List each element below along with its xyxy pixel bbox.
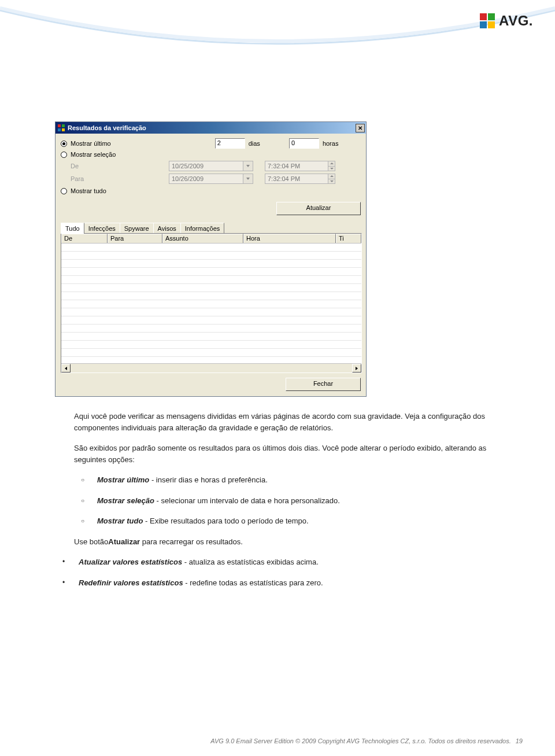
avg-logo-icon	[479, 13, 495, 29]
to-time-spinner[interactable]: 7:32:04 PM	[265, 174, 328, 184]
spinner-down-icon[interactable]	[328, 179, 335, 185]
svg-rect-5	[62, 124, 65, 127]
from-date-combo[interactable]: 10/25/2009	[169, 161, 253, 171]
tab-info[interactable]: Informações	[180, 223, 225, 233]
to-label: Para	[71, 175, 169, 182]
tab-warnings[interactable]: Avisos	[153, 223, 181, 233]
svg-rect-0	[480, 13, 487, 20]
option-show-last-row: Mostrar último 2 dias 0 horas	[61, 138, 361, 149]
scroll-right-icon[interactable]	[352, 364, 361, 373]
dialog-titlebar: Resultados da verificação ✕	[56, 122, 366, 134]
spinner-down-icon[interactable]	[328, 167, 335, 172]
svg-rect-1	[488, 13, 495, 20]
page-header: AVG.	[0, 0, 555, 52]
option-show-selection-row: Mostrar seleção	[61, 149, 361, 160]
col-to[interactable]: Para	[108, 234, 162, 243]
bullet-show-last: Mostrar último - inserir dias e horas d …	[74, 474, 500, 486]
hours-unit-label: horas	[323, 140, 339, 147]
paragraph-2: São exibidos por padrão somente os resul…	[74, 442, 500, 465]
to-date-combo[interactable]: 10/26/2009	[169, 174, 253, 184]
grid-header: De Para Assunto Hora Ti	[61, 234, 361, 244]
svg-rect-6	[58, 128, 61, 131]
days-input[interactable]: 2	[215, 138, 245, 149]
radio-show-last[interactable]	[61, 141, 67, 147]
chevron-down-icon	[246, 165, 250, 167]
days-unit-label: dias	[249, 140, 260, 147]
spinner-up-icon[interactable]	[328, 161, 335, 167]
to-row: Para 10/26/2009 7:32:04 PM	[71, 173, 361, 185]
results-tabs: Tudo Infecções Spyware Avisos Informaçõe…	[61, 221, 361, 233]
avg-app-icon	[57, 124, 65, 132]
document-body: Aqui você pode verificar as mensagens di…	[74, 411, 500, 588]
radio-show-last-label: Mostrar último	[71, 140, 111, 147]
refresh-button[interactable]: Atualizar	[276, 202, 361, 215]
svg-rect-2	[480, 21, 487, 28]
close-icon[interactable]: ✕	[356, 124, 365, 132]
col-from[interactable]: De	[61, 234, 108, 243]
radio-show-selection-label: Mostrar seleção	[71, 151, 116, 158]
col-type[interactable]: Ti	[336, 234, 361, 243]
header-curve	[0, 0, 555, 52]
brand: AVG.	[479, 13, 533, 29]
radio-show-all[interactable]	[61, 188, 67, 194]
from-row: De 10/25/2009 7:32:04 PM	[71, 160, 361, 172]
horizontal-scrollbar[interactable]	[61, 363, 361, 373]
from-label: De	[71, 163, 169, 169]
svg-rect-4	[58, 124, 61, 127]
page-footer: AVG 9.0 Email Server Edition © 2009 Copy…	[0, 737, 555, 744]
scan-results-dialog: Resultados da verificação ✕ Mostrar últi…	[55, 121, 367, 397]
option-show-all-row: Mostrar tudo	[61, 186, 361, 196]
chevron-down-icon	[246, 178, 250, 180]
scroll-left-icon[interactable]	[61, 364, 71, 373]
hours-input[interactable]: 0	[289, 138, 319, 149]
paragraph-3: Use botãoAtualizar para recarregar os re…	[74, 536, 500, 548]
col-subject[interactable]: Assunto	[162, 234, 243, 243]
bullet-show-selection: Mostrar seleção - selecionar um interval…	[74, 495, 500, 507]
bullet-reset-stats: Redefinir valores estatísticos - redefin…	[56, 577, 500, 589]
radio-show-selection[interactable]	[61, 152, 67, 158]
from-time-spinner[interactable]: 7:32:04 PM	[265, 161, 328, 171]
spinner-up-icon[interactable]	[328, 174, 335, 179]
tab-infections[interactable]: Infecções	[84, 223, 120, 233]
col-time[interactable]: Hora	[243, 234, 336, 243]
page-number: 19	[516, 737, 523, 744]
footer-text: AVG 9.0 Email Server Edition © 2009 Copy…	[210, 737, 510, 744]
tab-spyware[interactable]: Spyware	[120, 223, 154, 233]
brand-text: AVG.	[499, 13, 533, 29]
bullet-show-all: Mostrar tudo - Exibe resultados para tod…	[74, 515, 500, 527]
radio-show-all-label: Mostrar tudo	[71, 187, 106, 194]
svg-rect-7	[62, 128, 65, 131]
tab-all[interactable]: Tudo	[61, 223, 84, 234]
close-button[interactable]: Fechar	[286, 378, 361, 391]
dialog-title: Resultados da verificação	[68, 124, 146, 131]
paragraph-1: Aqui você pode verificar as mensagens di…	[74, 411, 500, 433]
results-grid: De Para Assunto Hora Ti	[61, 233, 362, 373]
grid-rows-empty	[61, 244, 361, 357]
svg-rect-3	[488, 21, 495, 28]
bullet-update-stats: Atualizar valores estatísticos - atualiz…	[56, 556, 500, 568]
